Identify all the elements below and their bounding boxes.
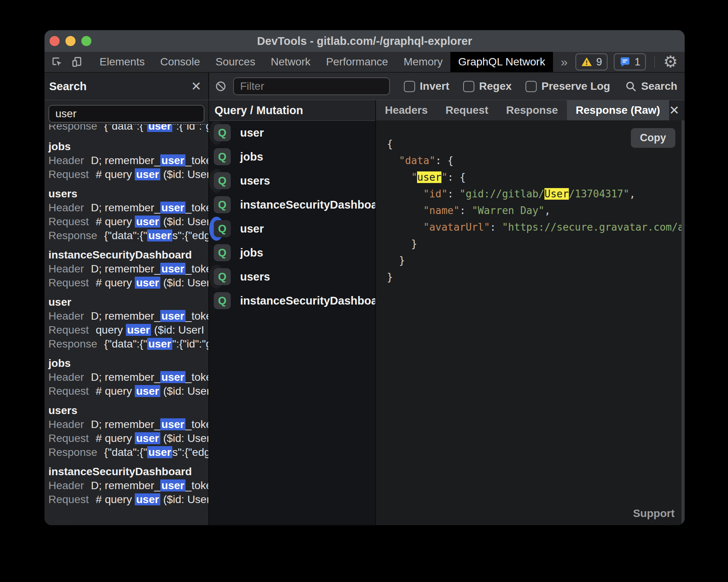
query-type-badge: Q [214, 292, 231, 309]
search-result-line[interactable]: Request# query user ($id: UserI [48, 493, 208, 507]
query-list-item[interactable]: Quser [209, 121, 224, 145]
query-list-item[interactable]: QinstanceSecurityDashboard [209, 289, 375, 313]
search-result-group-title[interactable]: user [48, 295, 208, 309]
search-result-group-title[interactable]: jobs [48, 356, 208, 370]
search-panel: Response{"data":{"user":{"id":"gidjobsHe… [45, 100, 208, 525]
toolbar-row: Search ✕ Invert Regex Preserve L [45, 73, 685, 100]
query-type-badge: Q [214, 220, 231, 237]
search-icon [625, 80, 637, 92]
search-result-group-title[interactable]: jobs [48, 140, 208, 154]
json-line: "name": "Warren Day", [387, 202, 685, 219]
zoom-window-button[interactable] [81, 36, 91, 46]
search-result-line[interactable]: Request# query user ($id: UserI [48, 276, 208, 290]
search-result-line[interactable]: HeaderD; remember_user_token=e [48, 418, 208, 431]
search-result-line[interactable]: Response{"data":{"users":{"edges [48, 229, 208, 243]
search-result-line[interactable]: HeaderD; remember_user_token=e [48, 201, 208, 215]
device-toolbar-icon[interactable] [71, 56, 83, 68]
more-tabs-chevron[interactable]: » [553, 52, 575, 72]
support-link[interactable]: Support [633, 507, 675, 520]
tab-memory[interactable]: Memory [396, 52, 450, 72]
preserve-log-checkbox-box[interactable] [525, 81, 537, 92]
json-line: "avatarUrl": "https://secure.gravatar.co… [387, 219, 685, 236]
search-result-line[interactable]: Request# query user ($id: UserI [48, 168, 208, 181]
tab-request[interactable]: Request [437, 100, 497, 120]
query-item-label: jobs [240, 151, 263, 163]
query-list-item[interactable]: Qusers [209, 265, 224, 289]
search-result-group-title[interactable]: instanceSecurityDashboard [48, 465, 208, 479]
json-line: "data": { [387, 152, 685, 169]
copy-button[interactable]: Copy [631, 128, 676, 148]
search-result-group-title[interactable]: instanceSecurityDashboard [48, 248, 208, 262]
query-item-label: instanceSecurityDashboard [240, 294, 375, 307]
tab-headers[interactable]: Headers [376, 100, 437, 120]
search-result-line[interactable]: HeaderD; remember_user_token=e [48, 262, 208, 276]
badge-separator [654, 56, 655, 68]
search-result-line[interactable]: Request# query user ($id: UserI [48, 215, 208, 229]
regex-checkbox[interactable]: Regex [463, 80, 512, 92]
window-title: DevTools - gitlab.com/-/graphql-explorer [257, 35, 472, 48]
clipped-result-line: Response{"data":{"user":{"id":"gid [48, 124, 208, 134]
query-list: QuserQjobsQusersQinstanceSecurityDashboa… [209, 121, 375, 525]
search-button[interactable]: Search [625, 80, 677, 92]
json-line: } [387, 236, 685, 252]
search-result-line[interactable]: Request# query user ($id: UserI [48, 384, 208, 398]
tab-sources[interactable]: Sources [208, 52, 263, 72]
regex-checkbox-box[interactable] [463, 81, 474, 92]
query-list-item[interactable]: Qusers [209, 169, 224, 193]
json-line: } [387, 252, 685, 269]
search-result-line[interactable]: Response{"data":{"users":{"edges [48, 445, 208, 459]
query-mutation-panel: Query / Mutation QuserQjobsQusersQinstan… [208, 100, 376, 525]
search-input[interactable] [48, 105, 204, 123]
detail-close-icon[interactable]: ✕ [669, 100, 685, 120]
query-item-label: jobs [240, 246, 263, 259]
search-result-line[interactable]: HeaderD; remember_user_token=e [48, 370, 208, 384]
tab-console[interactable]: Console [153, 52, 208, 72]
issue-bubble-icon [619, 56, 631, 68]
query-type-badge: Q [214, 244, 231, 261]
search-result-line[interactable]: Requestquery user ($id: UserI [48, 323, 208, 337]
tab-network[interactable]: Network [263, 52, 318, 72]
search-close-icon[interactable]: ✕ [191, 80, 201, 92]
query-list-item[interactable]: Qjobs [209, 145, 375, 169]
tab-graphql-network[interactable]: GraphQL Network [450, 52, 553, 72]
invert-checkbox[interactable]: Invert [404, 80, 449, 92]
search-result-line[interactable]: HeaderD; remember_user_token=e [48, 309, 208, 323]
scrollbar-track[interactable] [682, 120, 685, 525]
inspect-element-icon[interactable] [51, 56, 63, 68]
search-result-group-title[interactable]: users [48, 187, 208, 201]
settings-gear-icon[interactable]: ⚙ [663, 54, 678, 70]
query-type-badge: Q [214, 148, 231, 165]
query-type-badge: Q [214, 172, 231, 189]
close-window-button[interactable] [50, 36, 60, 46]
kebab-menu-icon[interactable] [684, 55, 685, 69]
search-result-line[interactable]: HeaderD; remember_user_token=e [48, 154, 208, 168]
warnings-badge[interactable]: 9 [575, 53, 608, 70]
search-result-group-title[interactable]: users [48, 404, 208, 418]
tab-elements[interactable]: Elements [92, 52, 153, 72]
query-list-item[interactable]: QinstanceSecurityDashboard [209, 193, 375, 217]
query-type-badge: Q [214, 124, 231, 141]
preserve-log-checkbox[interactable]: Preserve Log [525, 80, 610, 92]
issues-badge[interactable]: 1 [614, 53, 646, 70]
search-result-line[interactable]: Response{"data":{"user":{"id":"gid [48, 337, 208, 351]
query-list-item[interactable]: Qjobs [209, 241, 375, 265]
query-type-badge: Q [214, 268, 231, 285]
query-type-badge: Q [214, 196, 231, 213]
detail-tabs: Headers Request Response Response (Raw) … [376, 100, 685, 120]
tab-performance[interactable]: Performance [318, 52, 396, 72]
minimize-window-button[interactable] [65, 36, 76, 46]
query-item-label: instanceSecurityDashboard [240, 199, 375, 211]
search-results: Response{"data":{"user":{"id":"gidjobsHe… [45, 124, 208, 525]
tab-response-raw[interactable]: Response (Raw) [567, 100, 669, 120]
json-viewer: { "data": { "user": { "id": "gid://gitla… [387, 136, 685, 286]
clear-filter-icon[interactable] [215, 80, 227, 92]
search-panel-title: Search [49, 80, 87, 93]
search-result-line[interactable]: Request# query user ($id: UserI [48, 431, 208, 445]
warning-count: 9 [596, 56, 602, 68]
filter-input[interactable] [233, 77, 390, 95]
tab-response[interactable]: Response [497, 100, 567, 120]
invert-checkbox-box[interactable] [404, 81, 415, 92]
search-result-line[interactable]: Response{"data":{"user":{"id":"gid [48, 124, 208, 133]
search-result-line[interactable]: HeaderD; remember_user_token=e [48, 479, 208, 493]
query-list-item-selected[interactable]: Quser [209, 217, 224, 241]
